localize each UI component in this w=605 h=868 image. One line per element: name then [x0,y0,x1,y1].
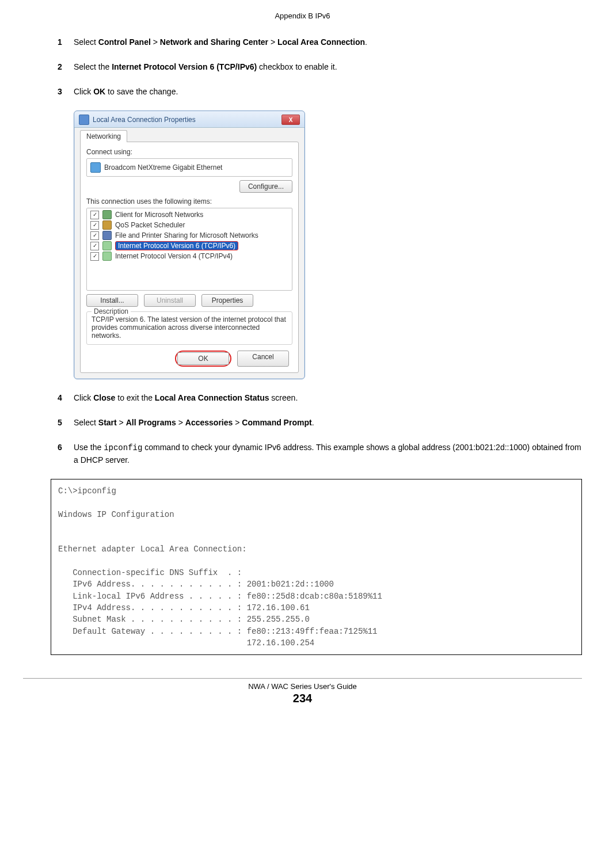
step-5-pre: Select [74,418,98,427]
protocol-icon [102,252,112,261]
step-3-pre: Click [74,87,93,96]
list-item-label: File and Printer Sharing for Microsoft N… [115,231,258,239]
step-5-bold-3: Accessories [185,418,233,427]
step-5-number: 5 [58,417,74,429]
protocol-icon [102,241,112,250]
step-5-sep1: > [117,418,126,427]
component-icon [102,220,112,230]
checkbox-icon[interactable]: ✓ [90,231,99,240]
checkbox-icon[interactable]: ✓ [90,211,99,219]
step-1-sep1: > [151,37,160,47]
configure-button[interactable]: Configure... [239,180,292,193]
step-1-number: 1 [58,36,74,48]
step-5-bold-4: Command Prompt [242,418,311,427]
items-label: This connection uses the following items… [86,197,292,205]
step-6-text: Use the ipconfig command to check your d… [74,441,582,466]
step-4-text: Click Close to exit the Local Area Conne… [74,392,582,404]
step-1-bold-2: Network and Sharing Center [160,37,268,47]
ok-highlight-ring: OK [175,351,231,367]
list-item-label: Internet Protocol Version 4 (TCP/IPv4) [115,252,233,260]
step-1-pre: Select [74,37,98,47]
step-4-mid: to exit the [115,393,154,402]
step-4-post: screen. [269,393,298,402]
tab-networking[interactable]: Networking [80,130,127,142]
checkbox-icon[interactable]: ✓ [90,252,99,261]
connect-using-label: Connect using: [86,148,292,156]
dialog-close-button[interactable]: X [281,115,300,125]
step-1: 1 Select Control Panel > Network and Sha… [58,36,582,48]
dialog-screenshot: Local Area Connection Properties X Netwo… [74,111,582,379]
step-4: 4 Click Close to exit the Local Area Con… [58,392,582,404]
footer-guide-title: NWA / WAC Series User's Guide [0,682,605,691]
dialog-title: Local Area Connection Properties [93,116,281,124]
list-item-ipv6[interactable]: ✓ Internet Protocol Version 6 (TCP/IPv6) [88,241,291,251]
list-item-label: Internet Protocol Version 6 (TCP/IPv6) [115,241,238,250]
description-text: TCP/IP version 6. The latest version of … [92,315,287,340]
step-1-bold-1: Control Panel [98,37,151,47]
step-4-bold-2: Local Area Connection Status [155,393,269,402]
ipconfig-output: C:\>ipconfig Windows IP Configuration Et… [51,479,582,655]
dialog-titlebar: Local Area Connection Properties X [74,111,305,128]
component-icon [102,210,112,219]
step-6: 6 Use the ipconfig command to check your… [58,441,582,466]
step-2-bold: Internet Protocol Version 6 (TCP/IPv6) [112,62,257,71]
list-item-label: QoS Packet Scheduler [115,221,185,229]
list-item-label: Client for Microsoft Networks [115,211,203,219]
ok-button[interactable]: OK [177,352,229,365]
step-4-pre: Click [74,393,93,402]
footer-divider [23,678,582,679]
list-item[interactable]: ✓ Client for Microsoft Networks [88,210,291,220]
step-5-bold-1: Start [98,418,117,427]
step-3: 3 Click OK to save the change. [58,86,582,98]
description-group: Description TCP/IP version 6. The latest… [86,311,292,345]
step-2-number: 2 [58,61,74,73]
step-3-post: to save the change. [105,87,178,96]
step-6-number: 6 [58,441,74,466]
adapter-field: Broadcom NetXtreme Gigabit Ethernet [86,158,292,177]
checkbox-icon[interactable]: ✓ [90,221,99,230]
list-item[interactable]: ✓ File and Printer Sharing for Microsoft… [88,230,291,241]
step-3-number: 3 [58,86,74,98]
step-1-post: . [365,37,367,47]
step-1-bold-3: Local Area Connection [277,37,365,47]
step-5-post: . [312,418,314,427]
step-2-pre: Select the [74,62,112,71]
description-legend: Description [92,307,131,315]
footer-page-number: 234 [0,692,605,705]
cancel-button[interactable]: Cancel [237,351,289,367]
page-header-appendix: Appendix B IPv6 [23,12,582,20]
step-5-sep3: > [233,418,242,427]
install-button[interactable]: Install... [86,294,138,307]
step-3-text: Click OK to save the change. [74,86,582,98]
step-5: 5 Select Start > All Programs > Accessor… [58,417,582,429]
step-6-post: command to check your dynamic IPv6 addre… [74,443,581,465]
step-2-text: Select the Internet Protocol Version 6 (… [74,61,582,73]
properties-button[interactable]: Properties [201,294,253,307]
step-5-sep2: > [176,418,185,427]
step-3-bold: OK [93,87,105,96]
connection-properties-dialog: Local Area Connection Properties X Netwo… [74,111,305,379]
step-6-pre: Use the [74,443,104,452]
component-icon [102,231,112,240]
adapter-name: Broadcom NetXtreme Gigabit Ethernet [104,163,222,172]
list-item[interactable]: ✓ Internet Protocol Version 4 (TCP/IPv4) [88,251,291,261]
checkbox-icon[interactable]: ✓ [90,242,99,250]
step-1-text: Select Control Panel > Network and Shari… [74,36,582,48]
step-2: 2 Select the Internet Protocol Version 6… [58,61,582,73]
step-6-code: ipconfig [104,443,142,452]
items-listbox[interactable]: ✓ Client for Microsoft Networks ✓ QoS Pa… [86,208,292,291]
adapter-icon [90,162,101,173]
network-icon [79,115,89,125]
step-1-sep2: > [268,37,277,47]
step-2-post: checkbox to enable it. [257,62,337,71]
uninstall-button[interactable]: Uninstall [144,294,196,307]
step-4-number: 4 [58,392,74,404]
list-item[interactable]: ✓ QoS Packet Scheduler [88,220,291,230]
step-5-text: Select Start > All Programs > Accessorie… [74,417,582,429]
step-5-bold-2: All Programs [126,418,176,427]
step-4-bold-1: Close [93,393,115,402]
